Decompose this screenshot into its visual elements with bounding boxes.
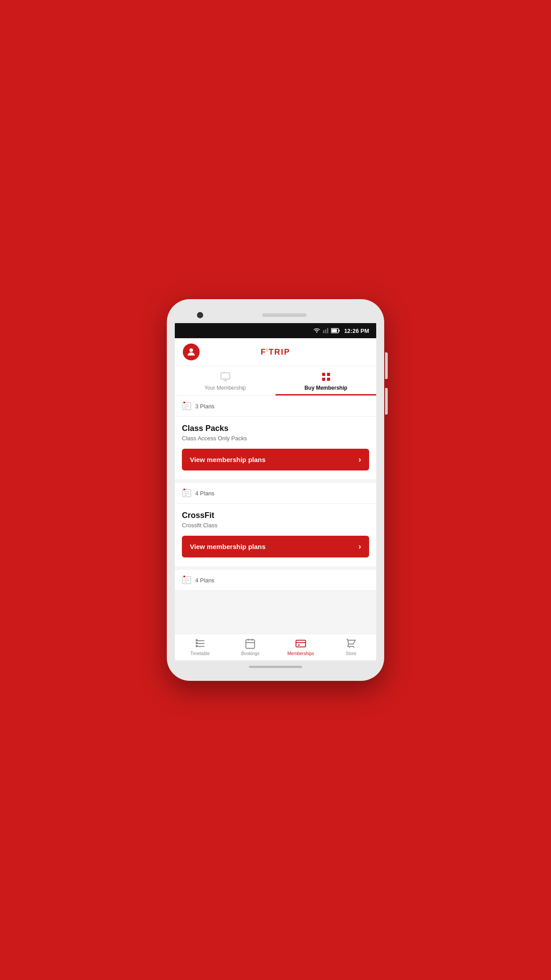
plans-icon-3 — [182, 575, 192, 585]
app-logo: FITRIP — [200, 348, 351, 357]
status-bar: 12:26 PM — [175, 323, 376, 338]
svg-rect-20 — [183, 490, 191, 497]
svg-rect-13 — [322, 378, 325, 381]
phone-screen: 12:26 PM FITRIP — [175, 307, 376, 673]
tab-your-membership[interactable]: Your Membership — [175, 366, 276, 395]
svg-point-43 — [349, 647, 350, 648]
app-header: FITRIP — [175, 338, 376, 366]
store-icon — [345, 638, 357, 649]
bookings-icon — [244, 638, 256, 649]
memberships-icon — [295, 638, 307, 649]
nav-timetable[interactable]: Timetable — [175, 638, 225, 656]
crossfit-view-btn[interactable]: View membership plans › — [182, 536, 369, 557]
battery-icon — [331, 328, 340, 333]
logo-text: FITRIP — [261, 348, 291, 356]
crossfit-btn-arrow: › — [358, 542, 361, 551]
wifi-icon — [313, 328, 320, 334]
class-packs-body: Class Packs Class Access Only Packs View… — [175, 417, 376, 479]
svg-rect-8 — [221, 373, 230, 379]
svg-rect-2 — [325, 329, 326, 333]
svg-rect-11 — [322, 373, 325, 376]
avatar[interactable] — [183, 344, 200, 360]
home-indicator — [175, 660, 376, 673]
grid-icon — [321, 371, 331, 382]
camera — [197, 312, 203, 318]
nav-timetable-label: Timetable — [190, 651, 210, 656]
tab-buy-membership[interactable]: Buy Membership — [276, 366, 376, 395]
crossfit-btn-label: View membership plans — [190, 543, 266, 550]
speaker — [262, 313, 307, 317]
class-packs-plans-header: 3 Plans — [175, 396, 376, 417]
crossfit-subtitle: Crossfit Class — [182, 522, 369, 529]
svg-rect-15 — [183, 403, 191, 410]
nav-bookings[interactable]: Bookings — [225, 638, 276, 656]
nav-memberships-label: Memberships — [287, 651, 314, 656]
crossfit-body: CrossFit Crossfit Class View membership … — [175, 504, 376, 566]
svg-rect-35 — [196, 645, 197, 647]
bottom-nav: Timetable Bookings — [175, 634, 376, 660]
phone-top-bezel — [175, 307, 376, 323]
svg-rect-33 — [196, 639, 197, 641]
nav-store[interactable]: Store — [326, 638, 377, 656]
status-time: 12:26 PM — [344, 328, 369, 334]
svg-point-7 — [189, 348, 193, 352]
section-three: 4 Plans — [175, 570, 376, 591]
crossfit-title: CrossFit — [182, 511, 369, 520]
svg-rect-1 — [323, 330, 324, 333]
tabs-container: Your Membership Buy Membership — [175, 366, 376, 396]
svg-rect-12 — [327, 373, 330, 376]
nav-memberships[interactable]: Memberships — [276, 638, 326, 656]
plans-icon-1 — [182, 401, 192, 411]
timetable-icon — [194, 638, 206, 649]
crossfit-plans-header: 4 Plans — [175, 483, 376, 504]
nav-store-label: Store — [346, 651, 356, 656]
phone-frame: 12:26 PM FITRIP — [167, 299, 384, 681]
status-icons — [313, 328, 340, 334]
power-button — [385, 388, 388, 415]
class-packs-title: Class Packs — [182, 424, 369, 433]
section-three-count: 4 Plans — [195, 577, 214, 584]
monitor-icon — [220, 371, 231, 382]
tab-your-membership-label: Your Membership — [205, 385, 246, 391]
signal-icon — [323, 328, 329, 334]
home-bar — [249, 666, 302, 668]
svg-marker-0 — [316, 332, 318, 333]
plans-icon-2 — [182, 488, 192, 498]
svg-rect-16 — [184, 402, 185, 403]
svg-rect-14 — [327, 378, 330, 381]
class-packs-view-btn[interactable]: View membership plans › — [182, 449, 369, 470]
section-three-plans-header: 4 Plans — [175, 570, 376, 591]
volume-button — [385, 352, 388, 379]
avatar-icon — [186, 347, 197, 357]
class-packs-btn-arrow: › — [358, 455, 361, 464]
crossfit-count: 4 Plans — [195, 490, 214, 497]
svg-rect-36 — [246, 640, 255, 648]
class-packs-count: 3 Plans — [195, 403, 214, 410]
class-packs-subtitle: Class Access Only Packs — [182, 435, 369, 442]
svg-point-44 — [354, 647, 354, 648]
scroll-content[interactable]: 3 Plans Class Packs Class Access Only Pa… — [175, 396, 376, 634]
svg-rect-5 — [338, 330, 339, 332]
svg-rect-3 — [327, 328, 328, 333]
svg-rect-21 — [184, 489, 185, 490]
svg-rect-40 — [296, 640, 306, 647]
tab-buy-membership-label: Buy Membership — [304, 385, 347, 391]
svg-rect-6 — [331, 329, 337, 332]
nav-bookings-label: Bookings — [241, 651, 260, 656]
app-content: FITRIP Your Membership — [175, 338, 376, 660]
section-crossfit: 4 Plans CrossFit Crossfit Class View mem… — [175, 483, 376, 566]
svg-rect-25 — [183, 577, 191, 584]
class-packs-btn-label: View membership plans — [190, 456, 266, 463]
svg-rect-26 — [184, 576, 185, 577]
svg-rect-34 — [196, 642, 197, 644]
section-class-packs: 3 Plans Class Packs Class Access Only Pa… — [175, 396, 376, 479]
